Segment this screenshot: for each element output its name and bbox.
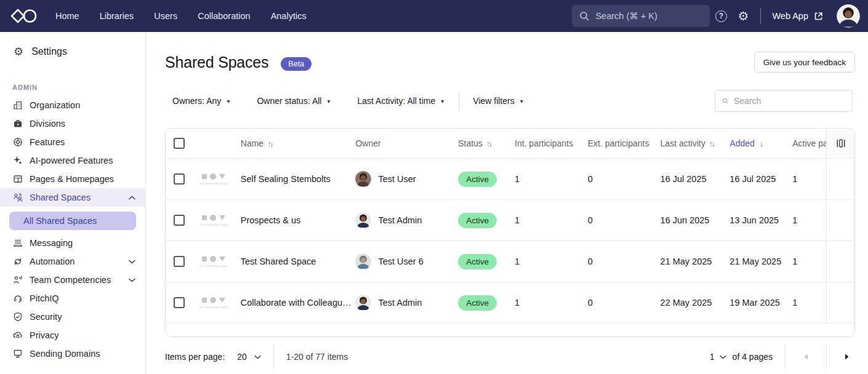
page-select-dropdown[interactable]: [720, 355, 726, 359]
topbar-right-actions: Search (⌘ + K) ? ⚙ Web App: [572, 4, 868, 28]
row-checkbox[interactable]: [174, 256, 185, 267]
topbar-divider: [760, 8, 761, 24]
owner-name: Test Admin: [378, 215, 422, 225]
cell-int-participants: 1: [515, 257, 588, 266]
table-row[interactable]: no customer logo Prospects & us Test Adm…: [166, 199, 854, 241]
active-participants-column-header[interactable]: Active participants: [792, 138, 826, 148]
pagination-bar: Items per page: 20 1-20 of 77 items 1 of…: [165, 343, 855, 370]
table-row[interactable]: no customer logo Self Sealing Stembolts …: [166, 158, 854, 199]
owner-status-filter[interactable]: Owner status: All ▾: [257, 96, 330, 106]
int-participants-column-header[interactable]: Int. participants: [515, 138, 588, 148]
nav-item-libraries[interactable]: Libraries: [100, 11, 134, 21]
sidebar-item-organization[interactable]: Organization: [0, 96, 145, 114]
sidebar-subitem-label: All Shared Spaces: [23, 216, 97, 226]
shield-icon: [12, 312, 23, 322]
current-page-value[interactable]: 1: [710, 352, 715, 362]
row-checkbox[interactable]: [174, 297, 185, 308]
global-search-input[interactable]: Search (⌘ + K): [572, 5, 710, 27]
sidebar-item-messaging[interactable]: Messaging: [0, 234, 145, 252]
circle-shape-icon: [210, 256, 216, 262]
triangle-shape-icon: [219, 298, 225, 303]
status-badge: Active: [458, 254, 497, 269]
last-activity-column-header[interactable]: Last activity↑↓: [661, 138, 730, 148]
admin-settings-button[interactable]: ⚙: [732, 5, 754, 27]
cell-name[interactable]: Self Sealing Stembolts: [241, 174, 356, 184]
feedback-button[interactable]: Give us your feedback: [754, 52, 855, 73]
filters-divider: [459, 92, 459, 110]
row-actions-cell: [826, 159, 854, 199]
cell-name[interactable]: Collaborate with Colleagu…: [241, 298, 356, 308]
nav-item-collaboration[interactable]: Collaboration: [198, 11, 250, 21]
layout-icon: [12, 174, 23, 184]
added-column-header[interactable]: Added↓: [729, 138, 792, 148]
table-search-box[interactable]: [715, 90, 853, 112]
owners-filter-label: Owners: Any: [172, 96, 221, 106]
table-search-input[interactable]: [734, 96, 845, 106]
sort-desc-icon: ↓: [760, 139, 764, 148]
globe-icon: [12, 137, 23, 147]
sidebar-subitem-all-shared-spaces[interactable]: All Shared Spaces: [9, 212, 136, 230]
app-logo[interactable]: [11, 8, 37, 24]
cell-name[interactable]: Prospects & us: [241, 215, 356, 225]
row-actions-cell: [826, 241, 854, 282]
cell-added: 13 Jun 2025: [729, 215, 792, 225]
row-checkbox[interactable]: [174, 215, 185, 226]
table-row[interactable]: no customer logo Collaborate with Collea…: [166, 282, 854, 323]
gear-icon: ⚙: [737, 10, 749, 22]
person-chart-icon: [12, 275, 23, 285]
status-column-header[interactable]: Status↑↓: [458, 138, 515, 148]
owners-filter[interactable]: Owners: Any ▾: [172, 96, 230, 106]
top-nav-bar: Home Libraries Users Collaboration Analy…: [0, 0, 868, 32]
view-filters-dropdown[interactable]: View filters ▾: [473, 96, 523, 106]
nav-item-analytics[interactable]: Analytics: [271, 11, 307, 21]
page-title: Shared Spaces: [165, 54, 268, 71]
last-activity-filter[interactable]: Last Activity: All time ▾: [357, 96, 444, 106]
table-row[interactable]: no customer logo Test Shared Space Test …: [166, 241, 854, 282]
select-all-checkbox[interactable]: [174, 138, 185, 149]
circle-shape-icon: [210, 215, 216, 221]
sidebar-item-shared-spaces[interactable]: Shared Spaces: [0, 188, 145, 207]
sidebar-item-ai-powered-features[interactable]: AI-powered Features: [0, 151, 145, 170]
sidebar-item-sending-domains[interactable]: Sending Domains: [0, 344, 145, 363]
sidebar-item-label: Divisions: [30, 119, 65, 129]
caret-down-icon: ▾: [227, 98, 230, 105]
triangle-shape-icon: [219, 174, 225, 179]
ext-participants-column-header[interactable]: Ext. participants: [588, 138, 661, 148]
sidebar-item-team-competencies[interactable]: Team Competencies: [0, 271, 145, 289]
previous-page-button[interactable]: [798, 354, 814, 360]
chevron-down-icon: [129, 260, 135, 264]
column-settings-button[interactable]: [826, 129, 854, 158]
sidebar-settings-header[interactable]: ⚙ Settings: [14, 44, 145, 59]
sidebar-item-features[interactable]: Features: [0, 133, 145, 151]
owner-avatar: [355, 171, 371, 187]
help-button[interactable]: ?: [710, 5, 732, 27]
cell-name[interactable]: Test Shared Space: [241, 257, 356, 266]
cell-status: Active: [458, 254, 515, 269]
sidebar-item-privacy[interactable]: Privacy: [0, 326, 145, 344]
sidebar-item-pages-homepages[interactable]: Pages & Homepages: [0, 170, 145, 188]
cell-owner: Test Admin: [355, 295, 458, 311]
triangle-shape-icon: [219, 257, 225, 261]
triangle-shape-icon: [219, 215, 225, 220]
sidebar-item-pitchiq[interactable]: PitchIQ: [0, 289, 145, 308]
web-app-link[interactable]: Web App: [772, 11, 823, 21]
owner-column-header[interactable]: Owner: [355, 138, 458, 148]
cell-added: 21 May 2025: [729, 257, 792, 266]
nav-item-users[interactable]: Users: [154, 11, 177, 21]
pager-divider: [785, 344, 786, 370]
logo-placeholder-text: no customer logo: [199, 223, 228, 226]
user-avatar[interactable]: [837, 4, 860, 28]
nav-item-home[interactable]: Home: [55, 11, 79, 21]
next-page-button[interactable]: [839, 354, 855, 360]
sidebar-item-security[interactable]: Security: [0, 308, 145, 326]
items-range-label: 1-20 of 77 items: [286, 352, 348, 362]
items-per-page-label: Items per page:: [165, 352, 225, 362]
items-per-page-value[interactable]: 20: [237, 352, 247, 362]
customer-logo-placeholder: no customer logo: [196, 256, 241, 268]
row-checkbox[interactable]: [174, 173, 185, 185]
sidebar-item-automation[interactable]: Automation: [0, 252, 145, 271]
items-per-page-dropdown[interactable]: [254, 355, 261, 359]
sidebar-item-divisions[interactable]: Divisions: [0, 114, 145, 133]
name-column-header[interactable]: Name↑↓: [241, 138, 356, 148]
logo-placeholder-text: no customer logo: [199, 264, 228, 268]
